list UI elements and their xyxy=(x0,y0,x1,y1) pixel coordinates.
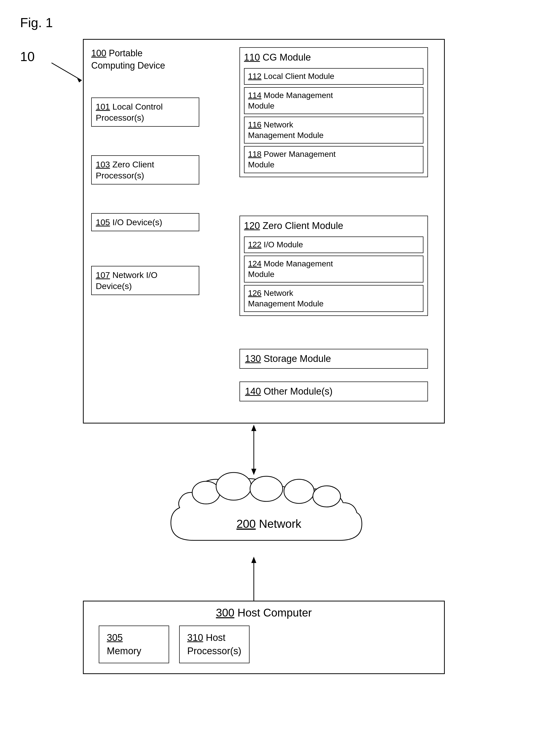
svg-point-9 xyxy=(313,486,341,507)
svg-point-5 xyxy=(192,481,220,504)
svg-point-7 xyxy=(250,476,283,501)
box-105: 105 I/O Device(s) xyxy=(91,213,199,231)
host-title: 300 Host Computer xyxy=(84,601,444,623)
storage-box: 130 Storage Module xyxy=(240,349,428,369)
host-box: 300 Host Computer 305Memory 310 HostProc… xyxy=(83,601,445,674)
sub-box-116: 116 NetworkManagement Module xyxy=(244,117,423,144)
device-box: 100 PortableComputing Device 101 Local C… xyxy=(83,39,445,424)
other-box: 140 Other Module(s) xyxy=(240,382,428,401)
box-103: 103 Zero ClientProcessor(s) xyxy=(91,155,199,185)
box-305: 305Memory xyxy=(99,626,169,663)
sub-box-118: 118 Power ManagementModule xyxy=(244,146,423,173)
sub-box-122: 122 I/O Module xyxy=(244,236,423,253)
diagram-number: 10 xyxy=(20,49,35,64)
box-101: 101 Local ControlProcessor(s) xyxy=(91,97,199,127)
network-cloud: 200 Network xyxy=(156,470,382,555)
device-network-arrow xyxy=(246,422,261,477)
sub-box-126: 126 NetworkManagement Module xyxy=(244,285,423,312)
box-107: 107 Network I/ODevice(s) xyxy=(91,266,199,295)
box-310: 310 HostProcessor(s) xyxy=(179,626,250,663)
svg-point-8 xyxy=(284,479,314,503)
pointer-arrow xyxy=(49,60,87,83)
cg-module-box: 110 CG Module 112 Local Client Module 11… xyxy=(240,47,428,177)
device-label: 100 PortableComputing Device xyxy=(91,47,165,72)
host-components-row: 305Memory 310 HostProcessor(s) xyxy=(84,623,444,666)
svg-line-0 xyxy=(51,63,82,81)
sub-box-112: 112 Local Client Module xyxy=(244,68,423,85)
sub-box-124: 124 Mode ManagementModule xyxy=(244,256,423,283)
zc-module-box: 120 Zero Client Module 122 I/O Module 12… xyxy=(240,216,428,316)
svg-point-6 xyxy=(216,472,251,500)
svg-text:200 Network: 200 Network xyxy=(236,517,302,530)
fig-label: Fig. 1 xyxy=(20,15,53,30)
sub-box-114: 114 Mode ManagementModule xyxy=(244,87,423,114)
